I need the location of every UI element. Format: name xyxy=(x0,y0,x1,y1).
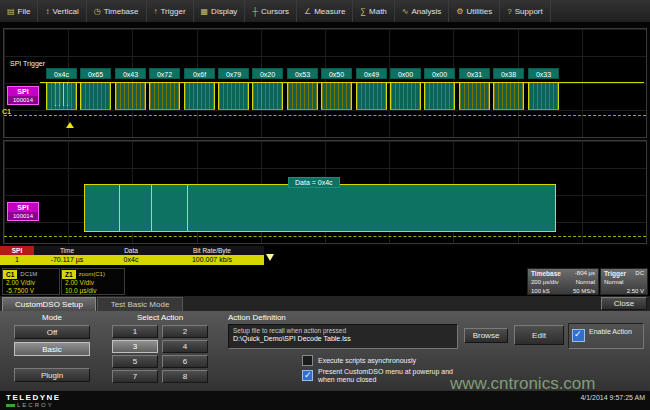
menu-item-display[interactable]: ▦Display xyxy=(194,0,246,22)
spi-decode-byte: 0x43 xyxy=(115,68,146,79)
close-button[interactable]: Close xyxy=(601,297,647,310)
trigger-mode: Normal xyxy=(604,278,623,287)
enable-action-group: Enable Action xyxy=(568,323,644,349)
menu-item-cursors[interactable]: ┼Cursors xyxy=(245,0,297,22)
spi-burst-segment xyxy=(46,83,77,110)
display-icon: ▦ xyxy=(201,7,209,16)
timebase-mode: Normal xyxy=(576,278,595,287)
row-time: -70.117 µs xyxy=(34,255,100,265)
menu-label-analysis: Analysis xyxy=(412,7,442,16)
row-rate: 100.007 kb/s xyxy=(162,255,262,265)
mode-plugin-button[interactable]: Plugin xyxy=(14,368,90,382)
menu-item-trigger[interactable]: ↑Trigger xyxy=(147,0,194,22)
spi-decode-badge[interactable]: SPI 100014 xyxy=(7,86,39,105)
spi-badge-value: 100014 xyxy=(8,212,38,220)
spi-burst-segment xyxy=(287,83,318,110)
spi-burst-segment xyxy=(321,83,352,110)
row-select-marker-icon xyxy=(266,254,274,261)
menu-label-utilities: Utilities xyxy=(467,7,493,16)
z1-tdiv: 10.0 µs/div xyxy=(62,287,124,295)
tab-test-basic-mode[interactable]: Test Basic Mode xyxy=(97,297,183,311)
spi-decode-byte: 0x72 xyxy=(149,68,180,79)
select-action-title: Select Action xyxy=(104,313,216,322)
action-definition-title: Action Definition xyxy=(228,313,286,322)
action-button-5[interactable]: 5 xyxy=(112,355,158,368)
action-button-4[interactable]: 4 xyxy=(162,340,208,353)
spi-burst-segment xyxy=(149,83,180,110)
menu-item-vertical[interactable]: ↕Vertical xyxy=(38,0,86,22)
menu-label-display: Display xyxy=(211,7,237,16)
trigger-icon: ↑ xyxy=(154,7,158,16)
watermark-text: www.cntronics.com xyxy=(450,374,595,394)
tab-customdso-setup[interactable]: CustomDSO Setup xyxy=(2,297,96,311)
timebase-descriptor[interactable]: Timebase-804 µs 200 µs/divNormal 100 kS5… xyxy=(527,268,599,295)
col-time: Time xyxy=(34,246,100,255)
present-menu-label: Present CustomDSO menu at powerup and wh… xyxy=(318,368,468,384)
menu-item-math[interactable]: ∑Math xyxy=(353,0,395,22)
menu-label-timebase: Timebase xyxy=(104,7,139,16)
c1-offset: -5.7500 V xyxy=(3,287,59,295)
spi-burst-segment xyxy=(252,83,283,110)
action-button-2[interactable]: 2 xyxy=(162,325,208,338)
menu-label-measure: Measure xyxy=(314,7,345,16)
action-button-3[interactable]: 3 xyxy=(112,340,158,353)
z1-source: zoom(C1) xyxy=(79,271,105,277)
spi-burst-segment xyxy=(218,83,249,110)
waveform-area: SPI Trigger 0x4c 0x65 0x43 0x72 0x6f 0x7… xyxy=(0,22,650,246)
analysis-icon: ∿ xyxy=(402,7,409,16)
spi-decode-table: SPI Time Data Bit Rate/Byte 1 -70.117 µs… xyxy=(0,246,264,265)
zoom-data-label: Data = 0x4c xyxy=(288,177,340,188)
action-button-1[interactable]: 1 xyxy=(112,325,158,338)
setup-file-field[interactable]: Setup file to recall when action pressed… xyxy=(228,324,458,349)
spi-burst-segment xyxy=(80,83,111,110)
math-icon: ∑ xyxy=(360,7,366,16)
brand-accent-bar xyxy=(6,404,15,407)
channel-descriptor-c1[interactable]: C1 DC1M 2.00 V/div -5.7500 V xyxy=(2,268,60,295)
edit-button[interactable]: Edit xyxy=(514,325,564,345)
vertical-icon: ↕ xyxy=(45,7,49,16)
measure-icon: ∠ xyxy=(304,7,311,16)
spi-trigger-label: SPI Trigger xyxy=(10,60,45,67)
brand-lecroy-text: LECROY xyxy=(17,402,54,408)
spi-burst-segment xyxy=(459,83,490,110)
spi-decode-byte: 0x49 xyxy=(356,68,387,79)
spi-burst-segment xyxy=(424,83,455,110)
zoom-decode-block xyxy=(84,184,556,232)
setup-file-hint: Setup file to recall when action pressed xyxy=(229,325,457,334)
trigger-coupling: DC xyxy=(635,269,644,278)
z1-vdiv: 2.00 V/div xyxy=(62,279,124,287)
decode-table-row[interactable]: 1 -70.117 µs 0x4c 100.007 kb/s xyxy=(0,255,264,265)
mode-off-button[interactable]: Off xyxy=(14,325,90,339)
spi-decode-badge-zoom[interactable]: SPI 100014 xyxy=(7,202,39,221)
c1-coupling: DC1M xyxy=(20,271,37,277)
menu-item-utilities[interactable]: ⚙Utilities xyxy=(449,0,500,22)
action-button-6[interactable]: 6 xyxy=(162,355,208,368)
spi-burst-segment xyxy=(390,83,421,110)
menu-item-file[interactable]: ▤File xyxy=(0,0,38,22)
mode-basic-button[interactable]: Basic xyxy=(14,342,90,356)
spi-decode-byte: 0x00 xyxy=(424,68,455,79)
decode-table-header: SPI Time Data Bit Rate/Byte xyxy=(0,246,264,255)
action-button-8[interactable]: 8 xyxy=(162,370,208,383)
bit-transition-line xyxy=(119,185,120,231)
menu-item-timebase[interactable]: ◷Timebase xyxy=(87,0,147,22)
spi-decode-byte: 0x20 xyxy=(252,68,283,79)
action-button-7[interactable]: 7 xyxy=(112,370,158,383)
zoom-baseline xyxy=(4,236,646,237)
present-menu-checkbox[interactable] xyxy=(302,370,313,381)
spi-decode-byte: 0x53 xyxy=(287,68,318,79)
trigger-descriptor[interactable]: TriggerDC Normal 2.50 V xyxy=(600,268,648,295)
menu-label-file: File xyxy=(18,7,31,16)
spi-decode-byte: 0x6f xyxy=(184,68,215,79)
menu-bar: ▤File ↕Vertical ◷Timebase ↑Trigger ▦Disp… xyxy=(0,0,650,23)
zoom-descriptor-z1[interactable]: Z1 zoom(C1) 2.00 V/div 10.0 µs/div xyxy=(61,268,125,295)
menu-item-support[interactable]: ?Support xyxy=(500,0,550,22)
support-icon: ? xyxy=(507,7,511,16)
enable-action-checkbox[interactable] xyxy=(572,329,585,342)
dialog-tab-strip: CustomDSO Setup Test Basic Mode Close xyxy=(0,296,650,312)
spi-burst-segment xyxy=(356,83,387,110)
execute-async-checkbox[interactable] xyxy=(302,355,313,366)
menu-item-measure[interactable]: ∠Measure xyxy=(297,0,353,22)
browse-button[interactable]: Browse xyxy=(464,328,508,343)
menu-item-analysis[interactable]: ∿Analysis xyxy=(395,0,450,22)
